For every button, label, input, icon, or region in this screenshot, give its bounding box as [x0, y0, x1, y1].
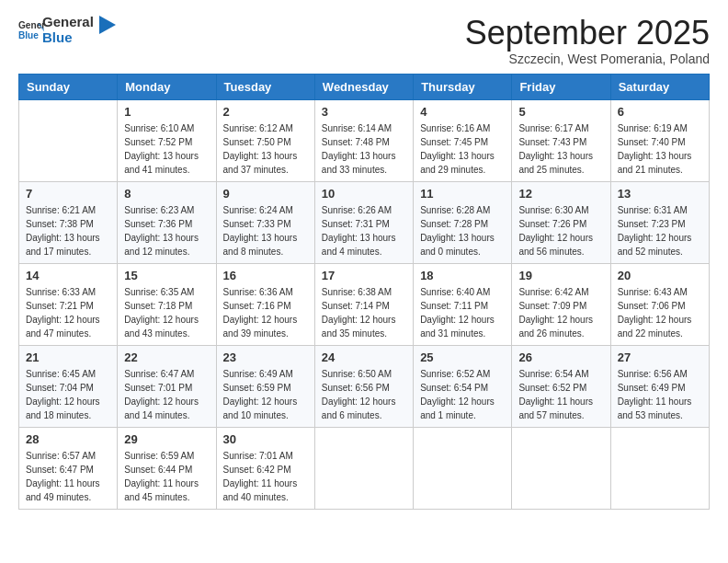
location-subtitle: Szczecin, West Pomerania, Poland [465, 52, 710, 66]
calendar-cell: 27Sunrise: 6:56 AMSunset: 6:49 PMDayligh… [610, 345, 709, 427]
day-number: 12 [518, 187, 603, 201]
calendar-cell: 21Sunrise: 6:45 AMSunset: 7:04 PMDayligh… [19, 345, 118, 427]
calendar-cell: 13Sunrise: 6:31 AMSunset: 7:23 PMDayligh… [610, 181, 709, 263]
day-number: 11 [420, 187, 505, 201]
calendar-week-1: 1Sunrise: 6:10 AMSunset: 7:52 PMDaylight… [19, 99, 710, 181]
day-info: Sunrise: 6:47 AMSunset: 7:01 PMDaylight:… [124, 367, 209, 422]
day-number: 15 [124, 269, 209, 282]
calendar-cell: 17Sunrise: 6:38 AMSunset: 7:14 PMDayligh… [314, 263, 413, 345]
day-number: 27 [618, 350, 702, 364]
weekday-header-friday: Friday [512, 74, 610, 99]
weekday-header-wednesday: Wednesday [314, 74, 413, 99]
day-info: Sunrise: 6:42 AMSunset: 7:09 PMDaylight:… [518, 285, 603, 340]
calendar-cell [512, 427, 610, 509]
weekday-header-tuesday: Tuesday [216, 74, 314, 99]
day-info: Sunrise: 6:45 AMSunset: 7:04 PMDaylight:… [26, 367, 110, 422]
day-info: Sunrise: 6:30 AMSunset: 7:26 PMDaylight:… [518, 203, 603, 259]
calendar-cell: 7Sunrise: 6:21 AMSunset: 7:38 PMDaylight… [19, 181, 118, 263]
day-info: Sunrise: 6:40 AMSunset: 7:11 PMDaylight:… [420, 285, 505, 340]
weekday-header-sunday: Sunday [19, 74, 118, 99]
weekday-header-thursday: Thursday [414, 74, 512, 99]
day-info: Sunrise: 6:10 AMSunset: 7:52 PMDaylight:… [124, 121, 209, 177]
calendar-cell: 25Sunrise: 6:52 AMSunset: 6:54 PMDayligh… [414, 345, 512, 427]
calendar-week-5: 28Sunrise: 6:57 AMSunset: 6:47 PMDayligh… [19, 427, 710, 509]
day-number: 22 [124, 350, 209, 364]
day-number: 14 [26, 269, 110, 282]
day-number: 29 [124, 432, 209, 446]
day-info: Sunrise: 6:16 AMSunset: 7:45 PMDaylight:… [420, 121, 505, 177]
calendar-cell: 10Sunrise: 6:26 AMSunset: 7:31 PMDayligh… [314, 181, 413, 263]
day-info: Sunrise: 6:43 AMSunset: 7:06 PMDaylight:… [618, 285, 702, 340]
logo: General Blue General Blue [18, 15, 116, 45]
calendar-cell: 8Sunrise: 6:23 AMSunset: 7:36 PMDaylight… [118, 181, 216, 263]
calendar-cell: 3Sunrise: 6:14 AMSunset: 7:48 PMDaylight… [314, 99, 413, 181]
calendar-cell: 15Sunrise: 6:35 AMSunset: 7:18 PMDayligh… [118, 263, 216, 345]
calendar-cell: 29Sunrise: 6:59 AMSunset: 6:44 PMDayligh… [118, 427, 216, 509]
calendar-cell: 11Sunrise: 6:28 AMSunset: 7:28 PMDayligh… [414, 181, 512, 263]
day-info: Sunrise: 6:26 AMSunset: 7:31 PMDaylight:… [322, 203, 406, 259]
day-number: 16 [223, 269, 308, 282]
calendar-cell [314, 427, 413, 509]
day-info: Sunrise: 6:36 AMSunset: 7:16 PMDaylight:… [223, 285, 308, 340]
day-info: Sunrise: 6:56 AMSunset: 6:49 PMDaylight:… [618, 367, 702, 422]
calendar-cell: 5Sunrise: 6:17 AMSunset: 7:43 PMDaylight… [512, 99, 610, 181]
day-info: Sunrise: 6:52 AMSunset: 6:54 PMDaylight:… [420, 367, 505, 422]
day-info: Sunrise: 6:17 AMSunset: 7:43 PMDaylight:… [518, 121, 603, 177]
day-info: Sunrise: 6:54 AMSunset: 6:52 PMDaylight:… [518, 367, 603, 422]
calendar-cell: 24Sunrise: 6:50 AMSunset: 6:56 PMDayligh… [314, 345, 413, 427]
day-number: 6 [618, 105, 702, 119]
calendar-cell: 12Sunrise: 6:30 AMSunset: 7:26 PMDayligh… [512, 181, 610, 263]
day-number: 19 [518, 269, 603, 282]
calendar-week-4: 21Sunrise: 6:45 AMSunset: 7:04 PMDayligh… [19, 345, 710, 427]
day-number: 25 [420, 350, 505, 364]
calendar-week-3: 14Sunrise: 6:33 AMSunset: 7:21 PMDayligh… [19, 263, 710, 345]
day-number: 28 [26, 432, 110, 446]
calendar-cell [19, 99, 118, 181]
day-info: Sunrise: 6:28 AMSunset: 7:28 PMDaylight:… [420, 203, 505, 259]
day-number: 7 [26, 187, 110, 201]
calendar-cell: 14Sunrise: 6:33 AMSunset: 7:21 PMDayligh… [19, 263, 118, 345]
day-number: 3 [322, 105, 406, 119]
logo-icon: General Blue [18, 17, 44, 43]
calendar-cell: 23Sunrise: 6:49 AMSunset: 6:59 PMDayligh… [216, 345, 314, 427]
calendar-cell: 16Sunrise: 6:36 AMSunset: 7:16 PMDayligh… [216, 263, 314, 345]
weekday-header-row: SundayMondayTuesdayWednesdayThursdayFrid… [19, 74, 710, 99]
day-info: Sunrise: 6:14 AMSunset: 7:48 PMDaylight:… [322, 121, 406, 177]
calendar-cell [414, 427, 512, 509]
day-number: 4 [420, 105, 505, 119]
day-info: Sunrise: 7:01 AMSunset: 6:42 PMDaylight:… [223, 449, 308, 504]
day-info: Sunrise: 6:19 AMSunset: 7:40 PMDaylight:… [618, 121, 702, 177]
calendar-cell: 18Sunrise: 6:40 AMSunset: 7:11 PMDayligh… [414, 263, 512, 345]
calendar-cell: 30Sunrise: 7:01 AMSunset: 6:42 PMDayligh… [216, 427, 314, 509]
day-info: Sunrise: 6:33 AMSunset: 7:21 PMDaylight:… [26, 285, 110, 340]
day-info: Sunrise: 6:24 AMSunset: 7:33 PMDaylight:… [223, 203, 308, 259]
calendar-cell [610, 427, 709, 509]
calendar-cell: 28Sunrise: 6:57 AMSunset: 6:47 PMDayligh… [19, 427, 118, 509]
day-number: 13 [618, 187, 702, 201]
day-number: 10 [322, 187, 406, 201]
day-info: Sunrise: 6:50 AMSunset: 6:56 PMDaylight:… [322, 367, 406, 422]
month-title: September 2025 [465, 15, 710, 52]
calendar-cell: 2Sunrise: 6:12 AMSunset: 7:50 PMDaylight… [216, 99, 314, 181]
day-number: 23 [223, 350, 308, 364]
calendar-week-2: 7Sunrise: 6:21 AMSunset: 7:38 PMDaylight… [19, 181, 710, 263]
svg-marker-4 [99, 16, 116, 34]
logo-flag-icon [99, 16, 116, 41]
day-number: 1 [124, 105, 209, 119]
calendar-cell: 1Sunrise: 6:10 AMSunset: 7:52 PMDaylight… [118, 99, 216, 181]
logo-general: General [42, 15, 94, 30]
day-number: 30 [223, 432, 308, 446]
day-info: Sunrise: 6:21 AMSunset: 7:38 PMDaylight:… [26, 203, 110, 259]
logo-blue: Blue [42, 30, 94, 46]
day-number: 20 [618, 269, 702, 282]
day-info: Sunrise: 6:59 AMSunset: 6:44 PMDaylight:… [124, 449, 209, 504]
day-info: Sunrise: 6:35 AMSunset: 7:18 PMDaylight:… [124, 285, 209, 340]
day-number: 18 [420, 269, 505, 282]
day-number: 8 [124, 187, 209, 201]
day-info: Sunrise: 6:57 AMSunset: 6:47 PMDaylight:… [26, 449, 110, 504]
day-number: 26 [518, 350, 603, 364]
day-info: Sunrise: 6:31 AMSunset: 7:23 PMDaylight:… [618, 203, 702, 259]
calendar-cell: 19Sunrise: 6:42 AMSunset: 7:09 PMDayligh… [512, 263, 610, 345]
calendar-table: SundayMondayTuesdayWednesdayThursdayFrid… [18, 74, 710, 510]
day-info: Sunrise: 6:38 AMSunset: 7:14 PMDaylight:… [322, 285, 406, 340]
